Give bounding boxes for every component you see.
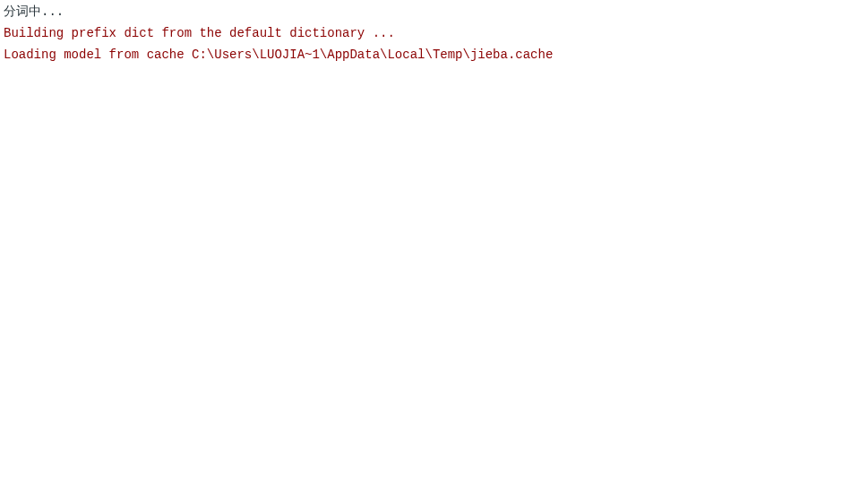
console-output: 分词中... Building prefix dict from the def…: [4, 2, 864, 65]
stderr-line: Loading model from cache C:\Users\LUOJIA…: [4, 45, 864, 66]
stderr-line: Building prefix dict from the default di…: [4, 23, 864, 45]
stdout-line: 分词中...: [4, 2, 864, 23]
